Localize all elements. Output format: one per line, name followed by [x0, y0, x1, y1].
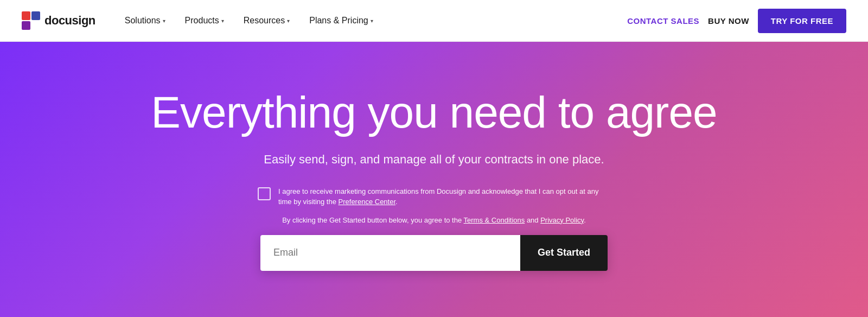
terms-text: By clicking the Get Started button below… [282, 216, 586, 224]
terms-prefix: By clicking the Get Started button below… [282, 216, 463, 224]
email-input[interactable] [260, 235, 520, 271]
terms-conditions-link[interactable]: Terms & Conditions [464, 216, 525, 224]
logo[interactable]: docusign [22, 11, 95, 30]
try-for-free-button[interactable]: TRY FOR FREE [758, 9, 846, 33]
products-label: Products [185, 16, 219, 26]
docusign-logo-icon [22, 11, 40, 30]
svg-rect-0 [22, 11, 30, 20]
plans-pricing-label: Plans & Pricing [309, 16, 368, 26]
products-chevron-icon: ▾ [221, 18, 224, 24]
consent-checkbox[interactable] [258, 187, 271, 200]
svg-rect-2 [22, 21, 30, 30]
nav-products[interactable]: Products ▾ [177, 11, 232, 30]
hero-subtitle: Easily send, sign, and manage all of you… [264, 153, 604, 167]
contact-sales-link[interactable]: CONTACT SALES [627, 16, 699, 26]
hero-title: Everything you need to agree [151, 88, 717, 137]
privacy-policy-link[interactable]: Privacy Policy [540, 216, 584, 224]
consent-text-prefix: I agree to receive marketing communicati… [278, 187, 598, 206]
nav-links: Solutions ▾ Products ▾ Resources ▾ Plans… [117, 11, 627, 30]
consent-text: I agree to receive marketing communicati… [278, 186, 610, 207]
nav-solutions[interactable]: Solutions ▾ [117, 11, 173, 30]
preference-center-link[interactable]: Preference Center [339, 198, 396, 206]
nav-resources[interactable]: Resources ▾ [236, 11, 297, 30]
cta-form: Get Started [260, 235, 608, 271]
resources-label: Resources [244, 16, 285, 26]
solutions-chevron-icon: ▾ [163, 18, 165, 24]
terms-middle: and [525, 216, 540, 224]
resources-chevron-icon: ▾ [287, 18, 290, 24]
get-started-button[interactable]: Get Started [520, 235, 608, 271]
svg-rect-1 [31, 11, 40, 20]
consent-area: I agree to receive marketing communicati… [258, 186, 610, 207]
logo-text: docusign [44, 14, 95, 28]
hero-section: Everything you need to agree Easily send… [0, 42, 868, 317]
buy-now-link[interactable]: BUY NOW [708, 16, 749, 26]
solutions-label: Solutions [125, 16, 161, 26]
nav-actions: CONTACT SALES BUY NOW TRY FOR FREE [627, 9, 846, 33]
plans-chevron-icon: ▾ [371, 18, 373, 24]
nav-plans-pricing[interactable]: Plans & Pricing ▾ [302, 11, 381, 30]
navbar: docusign Solutions ▾ Products ▾ Resource… [0, 0, 868, 42]
